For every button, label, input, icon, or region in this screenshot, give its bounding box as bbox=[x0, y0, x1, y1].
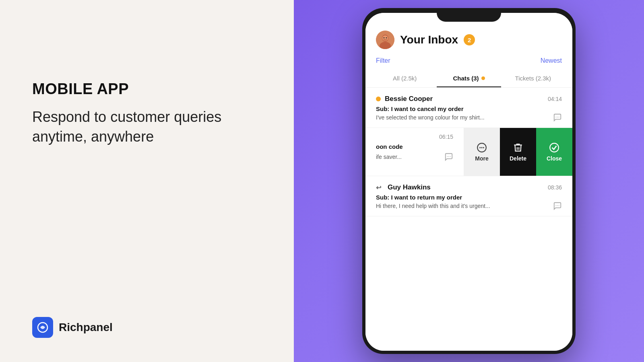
logo-area: Richpanel bbox=[32, 317, 262, 338]
phone-notch bbox=[437, 8, 501, 22]
convo-preview-guy: Hi there, I need help with this and it's… bbox=[376, 203, 553, 209]
chat-icon-swipe bbox=[444, 152, 453, 161]
action-close-button[interactable]: Close bbox=[536, 128, 572, 176]
svg-point-16 bbox=[483, 147, 484, 148]
convo-header-bessie: Bessie Cooper 04:14 bbox=[376, 95, 562, 103]
tab-all[interactable]: All (2.5k) bbox=[373, 70, 437, 87]
svg-point-5 bbox=[384, 37, 385, 39]
filter-button[interactable]: Filter bbox=[376, 57, 390, 64]
convo-subject-bessie: Sub: I want to cancel my order bbox=[376, 105, 562, 112]
svg-point-6 bbox=[386, 37, 387, 39]
tab-chats[interactable]: Chats (3) bbox=[437, 70, 501, 87]
left-panel: MOBILE APP Respond to customer queries a… bbox=[0, 0, 294, 362]
action-more-label: More bbox=[475, 155, 488, 162]
avatar bbox=[376, 31, 394, 49]
svg-point-10 bbox=[448, 156, 449, 157]
filter-row: Filter Newest bbox=[365, 56, 572, 70]
svg-point-12 bbox=[450, 156, 451, 157]
action-more-button[interactable]: More bbox=[464, 128, 500, 176]
svg-point-19 bbox=[555, 205, 556, 206]
convo-header-guy: ↩ Guy Hawkins 08:36 bbox=[376, 183, 562, 191]
richpanel-logo-icon bbox=[32, 317, 53, 338]
swipe-preview: ife saver... bbox=[376, 154, 402, 160]
svg-point-11 bbox=[447, 156, 448, 157]
action-close-label: Close bbox=[547, 155, 562, 162]
convo-preview-row-guy: Hi there, I need help with this and it's… bbox=[376, 202, 562, 210]
avatar-image bbox=[376, 31, 394, 49]
right-panel: Your Inbox 2 Filter Newest All (2.5k) bbox=[294, 0, 644, 362]
screen-content: Your Inbox 2 Filter Newest All (2.5k) bbox=[365, 13, 572, 351]
tab-tickets[interactable]: Tickets (2.3k) bbox=[501, 70, 565, 87]
inbox-badge: 2 bbox=[464, 34, 475, 45]
tab-chats-label: Chats (3) bbox=[453, 75, 479, 82]
tab-tickets-label: Tickets (2.3k) bbox=[515, 75, 551, 82]
chat-icon-bessie bbox=[553, 113, 562, 122]
convo-preview-bessie: I've selected the wrong colour for my sh… bbox=[376, 114, 553, 121]
left-content: MOBILE APP Respond to customer queries a… bbox=[32, 80, 262, 146]
action-delete-label: Delete bbox=[510, 155, 526, 162]
swipe-left-content: 06:15 oon code ife saver... bbox=[365, 128, 464, 176]
svg-point-15 bbox=[481, 147, 482, 148]
delete-icon bbox=[513, 142, 523, 153]
svg-point-20 bbox=[559, 205, 559, 206]
swipe-time: 06:15 bbox=[376, 134, 453, 140]
conversation-item-guy[interactable]: ↩ Guy Hawkins 08:36 Sub: I want to retur… bbox=[365, 176, 572, 216]
convo-preview-row-bessie: I've selected the wrong colour for my sh… bbox=[376, 113, 562, 122]
tab-chats-dot bbox=[481, 76, 485, 80]
tab-all-label: All (2.5k) bbox=[393, 75, 417, 82]
svg-point-7 bbox=[557, 117, 558, 117]
swipe-actions: More Delete bbox=[464, 128, 572, 176]
swipe-subject: oon code bbox=[376, 143, 453, 150]
convo-subject-guy: Sub: I want to return my order bbox=[376, 194, 562, 201]
richpanel-logo-text: Richpanel bbox=[59, 321, 113, 334]
reply-arrow-icon: ↩ bbox=[376, 184, 381, 191]
conversation-item-bessie[interactable]: Bessie Cooper 04:14 Sub: I want to cance… bbox=[365, 88, 572, 128]
svg-point-18 bbox=[557, 205, 558, 206]
tagline-line1: Respond to customer queries bbox=[32, 109, 221, 125]
convo-time-guy: 08:36 bbox=[548, 184, 562, 191]
swipe-preview-row: ife saver... bbox=[376, 152, 453, 161]
online-indicator bbox=[376, 97, 381, 101]
convo-name-guy: ↩ Guy Hawkins bbox=[376, 183, 431, 191]
svg-point-17 bbox=[550, 143, 559, 152]
svg-point-14 bbox=[479, 147, 481, 148]
convo-name-bessie: Bessie Cooper bbox=[376, 95, 433, 103]
swipe-area: 06:15 oon code ife saver... bbox=[365, 128, 572, 176]
phone-mockup: Your Inbox 2 Filter Newest All (2.5k) bbox=[362, 8, 576, 354]
tagline: Respond to customer queries anytime, any… bbox=[32, 107, 262, 146]
chat-icon-guy bbox=[553, 202, 562, 210]
tagline-line2: anytime, anywhere bbox=[32, 128, 154, 145]
close-check-icon bbox=[549, 142, 559, 153]
convo-time-bessie: 04:14 bbox=[548, 96, 562, 102]
richpanel-icon-svg bbox=[36, 321, 49, 334]
phone-frame: Your Inbox 2 Filter Newest All (2.5k) bbox=[362, 8, 576, 354]
page-title: MOBILE APP bbox=[32, 80, 262, 98]
phone-screen: Your Inbox 2 Filter Newest All (2.5k) bbox=[365, 13, 572, 351]
more-icon bbox=[477, 142, 487, 153]
tabs-row: All (2.5k) Chats (3) Tickets (2.3k) bbox=[365, 70, 572, 88]
svg-point-8 bbox=[555, 117, 556, 117]
svg-point-9 bbox=[559, 117, 559, 117]
sort-button[interactable]: Newest bbox=[541, 57, 562, 64]
avatar-svg bbox=[376, 31, 394, 49]
inbox-title: Your Inbox bbox=[400, 33, 458, 46]
action-delete-button[interactable]: Delete bbox=[500, 128, 536, 176]
